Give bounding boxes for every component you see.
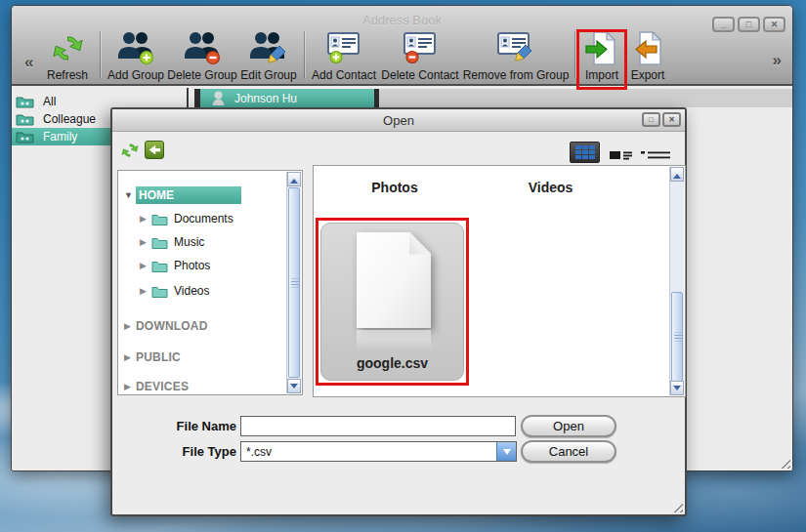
toolbar: Refresh Add Group: [39, 23, 671, 82]
open-dialog: Open □ ✕: [110, 107, 687, 516]
tree-item-public[interactable]: ▶ PUBLIC: [124, 348, 181, 366]
tree-item-download[interactable]: ▶ DOWNLOAD: [124, 317, 208, 335]
file-name-input[interactable]: [240, 416, 516, 436]
window-controls: _ □ ✕: [712, 17, 785, 32]
folder-item-photos[interactable]: Photos: [341, 180, 448, 195]
tree-item-label: Photos: [174, 259, 210, 272]
tree-item-label: Videos: [174, 284, 209, 298]
file-item-google-csv[interactable]: google.csv: [316, 218, 469, 386]
person-icon: [212, 91, 225, 105]
toolbar-separator: [100, 31, 101, 78]
export-icon: [631, 29, 664, 66]
remove-from-group-icon: [496, 29, 535, 66]
list-view-button[interactable]: [610, 147, 633, 165]
file-scrollbar-thumb[interactable]: [671, 292, 683, 382]
tree-item-label: PUBLIC: [136, 350, 181, 364]
scroll-up-icon[interactable]: [287, 172, 301, 186]
tree-collapsed-icon[interactable]: ▶: [140, 261, 151, 270]
maximize-button[interactable]: □: [738, 17, 760, 32]
csv-file-icon: [357, 232, 431, 328]
dialog-resize-grip[interactable]: [670, 500, 683, 512]
tree-collapsed-icon[interactable]: ▶: [124, 382, 136, 391]
file-type-label: File Type: [142, 444, 236, 459]
tree-item-devices[interactable]: ▶ DEVICES: [124, 378, 189, 395]
file-type-value: *.csv: [241, 445, 496, 459]
file-name-label: google.csv: [318, 355, 466, 371]
tree-scrollbar-thumb[interactable]: [288, 187, 300, 378]
file-list-panel: Photos Videos google.csv: [313, 165, 686, 397]
open-dialog-titlebar[interactable]: Open □ ✕: [112, 109, 685, 132]
back-button[interactable]: [145, 141, 164, 159]
import-button[interactable]: Import: [579, 23, 624, 82]
contact-row-remainder: [379, 89, 792, 107]
add-contact-button[interactable]: Add Contact: [309, 23, 379, 82]
tree-expanded-icon[interactable]: ▼: [124, 190, 136, 200]
dialog-maximize-button[interactable]: □: [642, 112, 660, 127]
address-book-titlebar-toolbar[interactable]: Address Book _ □ ✕ « » Refresh: [12, 6, 792, 86]
folder-icon: [151, 213, 168, 225]
toolbar-separator: [304, 31, 305, 78]
tree-item-label: DEVICES: [136, 380, 189, 393]
tree-collapsed-icon[interactable]: ▶: [140, 214, 151, 224]
delete-contact-button[interactable]: Delete Contact: [379, 23, 461, 82]
back-arrow-icon: [148, 143, 161, 156]
open-button[interactable]: Open: [521, 415, 616, 437]
folder-icon: [151, 285, 168, 298]
thumbnail-view-button[interactable]: [570, 142, 600, 163]
scroll-down-icon[interactable]: [670, 381, 684, 395]
group-folder-icon: [16, 95, 34, 108]
contact-list-header-row: Johnson Hu: [191, 89, 792, 107]
folder-item-videos[interactable]: Videos: [494, 180, 607, 195]
delete-group-button[interactable]: Delete Group: [167, 23, 237, 82]
tree-collapsed-icon[interactable]: ▶: [124, 352, 136, 362]
file-list-scrollbar[interactable]: [669, 167, 684, 395]
dialog-refresh-button[interactable]: [121, 142, 139, 163]
contact-row-johnson-hu[interactable]: Johnson Hu: [200, 89, 374, 107]
desktop: { "main_window": { "title": "Address Boo…: [0, 0, 806, 532]
dropdown-chevron-icon[interactable]: [496, 442, 516, 461]
contact-name: Johnson Hu: [234, 92, 297, 105]
delete-contact-icon: [402, 29, 439, 66]
toolbar-collapse-left-icon[interactable]: «: [24, 53, 33, 72]
scroll-down-icon[interactable]: [287, 379, 301, 393]
tree-item-photos[interactable]: ▶ Photos: [140, 257, 210, 274]
remove-from-group-button[interactable]: Remove from Group: [461, 23, 571, 82]
tree-collapsed-icon[interactable]: ▶: [140, 237, 151, 247]
cancel-button[interactable]: Cancel: [521, 440, 616, 463]
file-icon-reflection: [357, 330, 431, 351]
dialog-close-button[interactable]: ✕: [662, 112, 681, 127]
export-button[interactable]: Export: [624, 23, 671, 82]
import-icon: [585, 29, 618, 66]
tree-item-music[interactable]: ▶ Music: [140, 233, 204, 251]
group-folder-icon: [16, 130, 34, 143]
add-group-icon: [116, 29, 155, 66]
delete-group-icon: [183, 29, 222, 66]
tree-scrollbar[interactable]: [286, 172, 301, 393]
toolbar-separator: [574, 31, 575, 78]
dialog-toolbar: [121, 140, 676, 163]
folder-tree-panel: ▼ HOME ▶ Documents ▶ Music ▶ Photos ▶: [117, 170, 303, 395]
tree-item-label: DOWNLOAD: [136, 319, 208, 333]
add-contact-icon: [325, 29, 362, 66]
close-button[interactable]: ✕: [763, 17, 785, 32]
tree-item-label: HOME: [136, 186, 241, 204]
refresh-button[interactable]: Refresh: [39, 23, 96, 82]
tree-item-documents[interactable]: ▶ Documents: [140, 210, 233, 227]
sidebar-item-label: Family: [43, 130, 77, 143]
edit-group-icon: [248, 29, 289, 66]
scroll-up-icon[interactable]: [670, 167, 684, 182]
folder-icon: [151, 236, 168, 249]
folder-icon: [151, 260, 168, 272]
toolbar-overflow-right-icon[interactable]: »: [773, 51, 782, 70]
detail-view-button[interactable]: [641, 147, 670, 165]
add-group-button[interactable]: Add Group: [105, 23, 167, 82]
sidebar-item-label: Colleague: [43, 112, 96, 126]
tree-collapsed-icon[interactable]: ▶: [124, 321, 136, 331]
edit-group-button[interactable]: Edit Group: [237, 23, 300, 82]
tree-collapsed-icon[interactable]: ▶: [140, 286, 151, 296]
file-name-label: File Name: [142, 419, 236, 433]
file-type-select[interactable]: *.csv: [240, 441, 517, 462]
tree-item-videos[interactable]: ▶ Videos: [140, 282, 209, 300]
tree-item-home[interactable]: ▼ HOME: [124, 186, 241, 204]
minimize-button[interactable]: _: [712, 17, 735, 32]
